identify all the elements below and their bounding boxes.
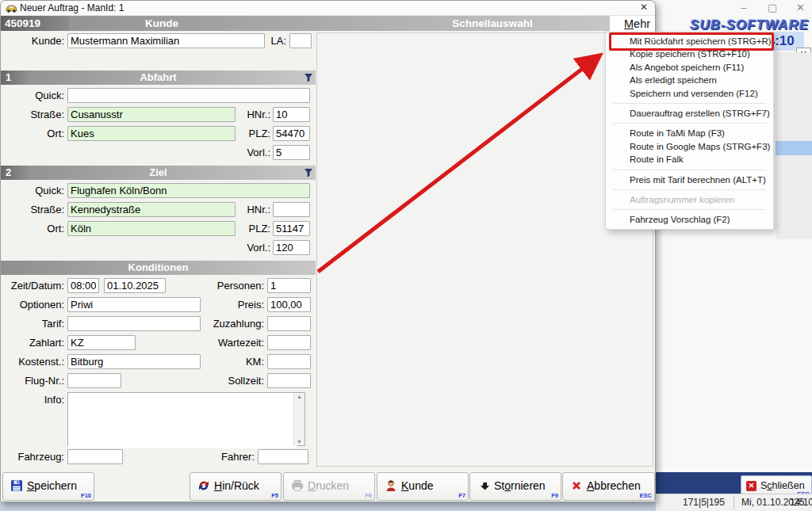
mehr-dropdown-menu: Mit Rückfahrt speichern (STRG+R) Kopie s… bbox=[605, 32, 774, 230]
abfahrt-quick-input[interactable] bbox=[67, 88, 310, 103]
ziel-plz-input[interactable] bbox=[273, 221, 310, 236]
flug-nr-input[interactable] bbox=[67, 373, 121, 388]
abbrechen-button[interactable]: Abbrechen ESC bbox=[562, 472, 655, 501]
menu-item-auftragsnummer-kopieren: Auftragsnummer kopieren bbox=[606, 193, 773, 206]
bg-maximize-icon[interactable]: ▢ bbox=[768, 2, 777, 13]
preis-label: Preis: bbox=[207, 297, 264, 312]
stornieren-button[interactable]: Stornieren F9 bbox=[469, 472, 561, 501]
menu-item-route-google-maps[interactable]: Route in Google Maps (STRG+F3) bbox=[606, 140, 773, 153]
round-trip-arrows-icon bbox=[197, 479, 210, 492]
info-scrollbar[interactable]: ▲ ▼ bbox=[293, 393, 304, 445]
optionen-input[interactable] bbox=[67, 297, 201, 312]
fahrzeug-input[interactable] bbox=[67, 449, 123, 464]
abfahrt-vorl-input[interactable] bbox=[273, 145, 310, 160]
menu-item-als-erledigt-speichern[interactable]: Als erledigt speichern bbox=[606, 74, 773, 86]
fahrzeug-label: Fahrzeug: bbox=[1, 449, 64, 464]
printer-icon bbox=[291, 479, 304, 492]
la-input[interactable] bbox=[289, 33, 312, 48]
filter-funnel-icon[interactable] bbox=[304, 73, 313, 82]
red-x-icon bbox=[570, 479, 583, 492]
header-kunde: Kunde bbox=[145, 16, 178, 31]
scroll-down-icon[interactable]: ▼ bbox=[294, 439, 304, 444]
tarif-input[interactable] bbox=[67, 316, 201, 331]
ziel-hnr-input[interactable] bbox=[273, 202, 310, 217]
taxi-icon bbox=[6, 4, 17, 13]
down-arrow-icon bbox=[477, 479, 490, 492]
ziel-title: Ziel bbox=[149, 166, 167, 178]
ziel-ort-input[interactable] bbox=[67, 221, 236, 236]
ziel-vorl-label: Vorl.: bbox=[239, 240, 270, 255]
close-box-icon: ✕ bbox=[746, 481, 756, 491]
optionen-label: Optionen: bbox=[1, 297, 64, 312]
bg-selected-row bbox=[776, 141, 812, 155]
dialog-titlebar: Neuer Auftrag - ManId: 1 ✕ bbox=[1, 1, 655, 16]
dialog-close-icon[interactable]: ✕ bbox=[640, 2, 648, 13]
fahrer-input[interactable] bbox=[258, 449, 308, 464]
bg-close-icon[interactable]: ✕ bbox=[796, 2, 805, 13]
ziel-vorl-input[interactable] bbox=[273, 240, 310, 255]
abfahrt-vorl-label: Vorl.: bbox=[239, 145, 270, 160]
zuzahlung-input[interactable] bbox=[267, 316, 311, 331]
abfahrt-strasse-label: Straße: bbox=[1, 107, 64, 122]
hin-rueck-button[interactable]: Hin/Rück F5 bbox=[190, 472, 282, 501]
bg-minimize-icon[interactable]: – bbox=[741, 2, 746, 13]
tarif-label: Tarif: bbox=[1, 316, 64, 331]
sollzeit-input[interactable] bbox=[267, 373, 311, 388]
menu-separator bbox=[613, 189, 766, 190]
speichern-label: Speichern bbox=[27, 479, 77, 492]
menu-item-speichern-und-versenden[interactable]: Speichern und versenden (F12) bbox=[606, 87, 773, 100]
scroll-up-icon[interactable]: ▲ bbox=[294, 394, 304, 399]
menu-item-mit-rueckfahrt-speichern[interactable]: Mit Rückfahrt speichern (STRG+R) bbox=[606, 35, 773, 48]
ziel-strasse-input[interactable] bbox=[67, 202, 236, 217]
menu-separator bbox=[613, 209, 766, 210]
dialog-title: Neuer Auftrag - ManId: 1 bbox=[20, 2, 124, 13]
menu-item-kopie-speichern[interactable]: Kopie speichern (STRG+F10) bbox=[606, 48, 773, 60]
personen-input[interactable] bbox=[267, 278, 311, 293]
zeit-input[interactable] bbox=[67, 278, 99, 293]
menu-item-fahrzeug-vorschlag[interactable]: Fahrzeug Vorschlag (F2) bbox=[606, 213, 773, 226]
abfahrt-ort-input[interactable] bbox=[67, 126, 236, 141]
kostenst-input[interactable] bbox=[67, 354, 201, 369]
konditionen-title: Konditionen bbox=[128, 261, 189, 273]
header-schnellauswahl: Schnellauswahl bbox=[452, 16, 532, 31]
abfahrt-hnr-input[interactable] bbox=[273, 107, 310, 122]
screen: – ▢ ✕ SUB-SOFTWARE 14:10 X ✕ Schließen E… bbox=[0, 0, 812, 511]
status-counts: 171|5|195 bbox=[683, 494, 725, 511]
wartezeit-input[interactable] bbox=[267, 335, 311, 350]
drucken-button[interactable]: Drucken F6 bbox=[283, 472, 375, 501]
menu-item-dauerauftrag-erstellen[interactable]: Dauerauftrag erstellen (STRG+F7) bbox=[606, 107, 773, 120]
status-time: 14:10 bbox=[790, 494, 812, 511]
datum-input[interactable] bbox=[104, 278, 166, 293]
abfahrt-strasse-input[interactable] bbox=[67, 107, 236, 122]
abfahrt-section-header: 1 Abfahrt bbox=[1, 71, 316, 85]
mehr-menu-button[interactable]: Mehr bbox=[610, 16, 655, 32]
km-input[interactable] bbox=[267, 354, 311, 369]
ziel-ort-label: Ort: bbox=[1, 221, 64, 236]
sollzeit-label: Sollzeit: bbox=[207, 373, 264, 388]
zahlart-input[interactable] bbox=[67, 335, 136, 350]
speichern-button[interactable]: Speichern F10 bbox=[2, 472, 94, 501]
zahlart-label: Zahlart: bbox=[1, 335, 64, 350]
speichern-fkey: F10 bbox=[81, 492, 91, 499]
fahrer-label: Fahrer: bbox=[207, 449, 255, 464]
flug-nr-label: Flug-Nr.: bbox=[1, 373, 64, 388]
kunde-input[interactable] bbox=[67, 33, 265, 48]
wartezeit-label: Wartezeit: bbox=[207, 335, 264, 350]
abfahrt-title: Abfahrt bbox=[140, 71, 176, 83]
menu-separator bbox=[613, 123, 766, 124]
la-label: LA: bbox=[248, 33, 286, 48]
menu-item-route-tami-map[interactable]: Route in TaMi Map (F3) bbox=[606, 127, 773, 139]
order-number: 450919 bbox=[1, 16, 69, 31]
menu-item-preis-mit-tarif[interactable]: Preis mit Tarif berechnen (ALT+T) bbox=[606, 174, 773, 186]
menu-item-route-falk[interactable]: Route in Falk bbox=[606, 153, 773, 166]
ziel-quick-input[interactable] bbox=[67, 183, 310, 198]
preis-input[interactable] bbox=[267, 297, 311, 312]
ziel-strasse-label: Straße: bbox=[1, 202, 64, 217]
abfahrt-ort-label: Ort: bbox=[1, 126, 64, 141]
filter-funnel-icon[interactable] bbox=[304, 168, 313, 177]
info-textarea[interactable] bbox=[68, 393, 297, 448]
abfahrt-plz-input[interactable] bbox=[273, 126, 310, 141]
kunde-button[interactable]: Kunde F7 bbox=[377, 472, 469, 501]
menu-item-als-angebot-speichern[interactable]: Als Angebot speichern (F11) bbox=[606, 61, 773, 74]
kunde-label: Kunde: bbox=[1, 33, 64, 48]
